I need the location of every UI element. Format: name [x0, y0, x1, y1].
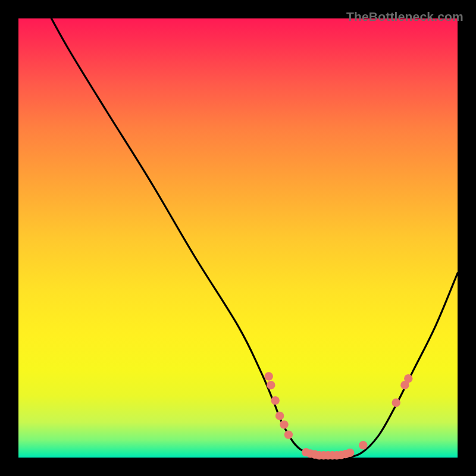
chart-marker — [275, 412, 284, 420]
chart-plot-area — [18, 18, 458, 458]
chart-svg — [18, 18, 458, 458]
chart-marker — [404, 374, 412, 383]
chart-marker — [280, 420, 288, 428]
chart-outer-frame: TheBottleneck.com — [8, 8, 468, 468]
chart-marker — [271, 396, 280, 405]
chart-marker — [284, 430, 293, 439]
chart-marker — [359, 441, 367, 449]
bottleneck-curve — [51, 18, 458, 458]
chart-marker — [267, 381, 275, 389]
watermark-text: TheBottleneck.com — [346, 10, 464, 24]
chart-marker — [346, 449, 354, 457]
chart-marker — [265, 372, 273, 380]
chart-marker — [392, 399, 400, 407]
